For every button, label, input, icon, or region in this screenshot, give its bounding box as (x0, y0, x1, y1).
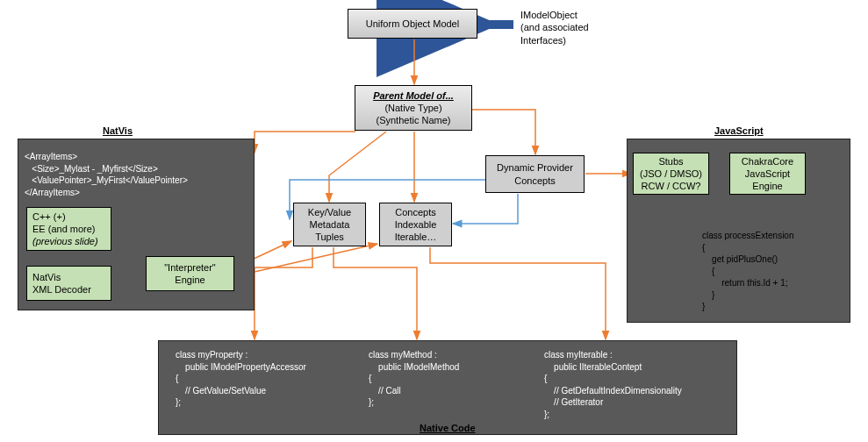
stubs-l2: (JSO / DMSO) (640, 168, 702, 180)
concepts-l3: Iterable… (395, 231, 437, 243)
concepts-l1: Concepts (395, 206, 435, 218)
dynamic-provider-l1: Dynamic Provider (497, 161, 573, 174)
uniform-object-model-box: Uniform Object Model (348, 9, 477, 39)
uniform-object-model-label: Uniform Object Model (366, 18, 459, 30)
javascript-panel-title: JavaScript (714, 125, 764, 136)
decoder-l1: NatVis (32, 271, 61, 283)
svg-line-8 (235, 244, 377, 276)
native-property-code: class myProperty : public IModelProperty… (176, 349, 306, 409)
natvis-xml-code: <ArrayItems> <Size>_Mylast - _Myfirst</S… (25, 151, 188, 198)
stubs-box: Stubs (JSO / DMSO) RCW / CCW? (633, 153, 709, 195)
imodelobject-l2: (and associated (520, 21, 589, 33)
cpp-l3: (previous slide) (32, 235, 98, 247)
cpp-l2: EE (and more) (32, 223, 96, 235)
parent-model-title: Parent Model of... (373, 89, 454, 102)
parent-model-l3: (Synthetic Name) (377, 114, 451, 126)
chakra-l1: ChakraCore (742, 155, 793, 168)
imodelobject-annotation: IModelObject (and associated Interfaces) (520, 9, 589, 46)
kv-l2: Metadata (310, 218, 350, 231)
native-code-panel-title: Native Code (420, 423, 476, 433)
js-code: class processExtension { get pidPlusOne(… (702, 230, 794, 313)
cpp-l1: C++ (+) (32, 210, 66, 223)
interp-l1: "Interpreter" (164, 261, 216, 274)
dynamic-provider-box: Dynamic Provider Concepts (485, 155, 585, 193)
chakra-l3: Engine (752, 180, 782, 192)
chakra-l2: JavaScript (745, 168, 790, 180)
natvis-panel-title: NatVis (103, 125, 133, 136)
chakracore-box: ChakraCore JavaScript Engine (729, 153, 806, 195)
dynamic-provider-l2: Concepts (514, 175, 555, 187)
interpreter-box: "Interpreter" Engine (146, 256, 234, 291)
concepts-l2: Indexable (395, 218, 437, 231)
native-method-code: class myMethod : public IModelMethod { /… (369, 349, 459, 409)
kv-l3: Tuples (315, 231, 344, 243)
kv-l1: Key/Value (308, 206, 351, 218)
stubs-l1: Stubs (658, 155, 683, 168)
imodelobject-l1: IModelObject (520, 9, 589, 21)
decoder-l2: XML Decoder (32, 283, 91, 296)
imodelobject-l3: Interfaces) (520, 34, 589, 46)
key-value-box: Key/Value Metadata Tuples (293, 203, 366, 246)
parent-model-l2: (Native Type) (384, 102, 441, 114)
interp-l2: Engine (175, 274, 204, 286)
parent-model-box: Parent Model of... (Native Type) (Synthe… (355, 85, 472, 131)
xml-decoder-box: NatVis XML Decoder (26, 266, 111, 301)
concepts-box: Concepts Indexable Iterable… (379, 203, 452, 246)
native-iterable-code: class myIterable : public IIterableConte… (544, 349, 682, 420)
stubs-l3: RCW / CCW? (642, 180, 701, 192)
cpp-ee-box: C++ (+) EE (and more) (previous slide) (26, 207, 111, 251)
